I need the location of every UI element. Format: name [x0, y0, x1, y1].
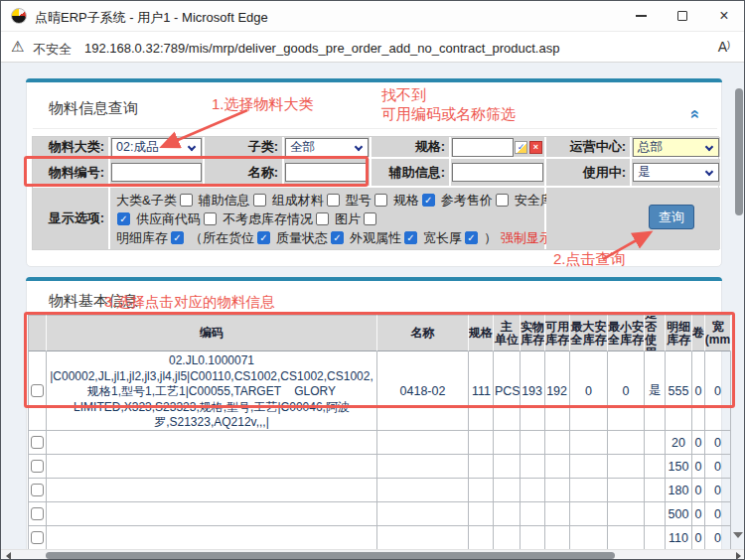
- annotation-note-line1: 找不到: [381, 86, 426, 105]
- subrow-cell-min_safe: [608, 526, 645, 550]
- read-aloud-icon[interactable]: A): [718, 39, 730, 55]
- subrow-checkbox[interactable]: [31, 484, 44, 496]
- panel-accent-bar: [26, 78, 722, 82]
- subrow-cell-roll: 0: [692, 526, 705, 550]
- subrow-cell-roll: 0: [692, 502, 705, 526]
- subrow-cell-unit: [494, 526, 521, 550]
- subrow-checkbox-cell: [28, 455, 47, 479]
- option-checkbox-辅助信息[interactable]: [253, 194, 266, 207]
- subrow-checkbox[interactable]: [31, 436, 44, 449]
- aux-info-input[interactable]: [452, 163, 543, 182]
- in-use-select[interactable]: 是: [633, 163, 719, 182]
- option-label: ）: [484, 229, 497, 247]
- subcategory-select[interactable]: 全部: [285, 138, 369, 157]
- option-checkbox-in-use[interactable]: ✓: [117, 212, 130, 225]
- subrow-cell-unit: [494, 431, 521, 455]
- spec-picker-icon[interactable]: ✓: [515, 141, 527, 154]
- highlight-rect-material-no-row: [24, 156, 369, 187]
- subrow-cell-width: 0: [705, 455, 731, 479]
- option-checkbox-质量状态[interactable]: ✓: [331, 231, 344, 244]
- subrow-checkbox-cell: [28, 502, 47, 526]
- option-label: 型号: [346, 192, 372, 210]
- annotation-note-line2: 可用编码或名称筛选: [381, 105, 516, 124]
- vertical-scrollbar-thumb[interactable]: [735, 88, 743, 215]
- subrow-cell-max_safe: [570, 526, 608, 550]
- minimize-icon: [636, 15, 647, 17]
- horizontal-scrollbar-thumb[interactable]: [46, 552, 615, 559]
- scroll-down-icon[interactable]: [733, 532, 743, 538]
- subrow-cell-phys: [521, 526, 545, 550]
- window-title: 点晴ERP子系统 - 用户1 - Microsoft Edge: [35, 9, 268, 27]
- subrow-cell-roll: 0: [692, 455, 705, 479]
- option-label: 组成材料: [272, 192, 324, 210]
- not-secure-label: 不安全: [33, 41, 72, 59]
- maximize-button[interactable]: [663, 1, 702, 31]
- subrow-cell-max_safe: [570, 502, 608, 526]
- subrow-cell-in_use: [645, 479, 666, 502]
- subrow-checkbox[interactable]: [31, 531, 44, 544]
- option-label: （所在货位: [190, 229, 254, 247]
- options-line-3: 明细库存✓（所在货位✓质量状态✓外观属性✓宽长厚✓）强制显示库存明细: [114, 228, 544, 247]
- options-line-2: ✓供应商代码不考虑库存情况图片: [114, 210, 544, 228]
- panel-accent-bar: [26, 277, 722, 281]
- option-label: 宽长厚: [423, 229, 462, 247]
- subrow-checkbox[interactable]: [31, 507, 44, 520]
- option-label: 大类&子类: [116, 192, 177, 210]
- spec-input[interactable]: [452, 138, 514, 157]
- category-label: 物料大类:: [33, 137, 108, 157]
- op-center-select-cell: 总部: [632, 137, 720, 157]
- minimize-button[interactable]: [621, 1, 661, 31]
- collapse-panel-icon[interactable]: «: [689, 109, 699, 118]
- subrow-cell-detail: 110: [666, 526, 692, 550]
- subrow-cell-in_use: [645, 502, 666, 526]
- option-checkbox-图片[interactable]: [364, 212, 376, 225]
- annotation-arrow-step2: [595, 223, 665, 267]
- subrow-cell-spec: [469, 455, 494, 479]
- subrow-cell-phys: [521, 502, 545, 526]
- subrow-cell-detail: 180: [666, 479, 692, 502]
- subrow-checkbox[interactable]: [31, 460, 44, 473]
- option-checkbox-参考售价[interactable]: [496, 194, 509, 207]
- option-checkbox-规格[interactable]: ✓: [422, 194, 435, 207]
- option-checkbox-外观属性[interactable]: ✓: [404, 231, 417, 244]
- subrow-cell-detail: 20: [666, 431, 692, 455]
- chevron-down-icon: [705, 168, 713, 176]
- option-checkbox-宽长厚[interactable]: ✓: [465, 231, 478, 244]
- spec-clear-icon[interactable]: ×: [529, 141, 542, 154]
- subrow-checkbox-cell: [28, 431, 47, 455]
- op-center-select[interactable]: 总部: [633, 138, 719, 157]
- subrow-cell-min_safe: [608, 431, 645, 455]
- address-bar[interactable]: ⚠ 不安全 192.168.0.32:789/mis/mrp/deliver_g…: [1, 31, 744, 63]
- subrow-cell-name: [377, 455, 469, 479]
- subrow-cell-avail: [545, 526, 570, 550]
- aux-info-cell: [451, 159, 544, 186]
- option-checkbox-明细库存[interactable]: ✓: [171, 231, 184, 244]
- query-panel-title: 物料信息查询: [49, 99, 138, 118]
- option-checkbox-大类&子类[interactable]: [180, 194, 193, 207]
- subrow-cell-name: [377, 479, 469, 502]
- subrow-cell-name: [377, 502, 469, 526]
- subrow-cell-width: 0: [705, 502, 731, 526]
- horizontal-scrollbar[interactable]: [1, 549, 745, 560]
- not-secure-warning-icon: ⚠: [11, 38, 24, 56]
- subrow-cell-max_safe: [570, 455, 608, 479]
- url-text[interactable]: 192.168.0.32:789/mis/mrp/deliver_goods_p…: [84, 41, 559, 56]
- subrow-cell-spec: [469, 431, 494, 455]
- close-button[interactable]: ×: [704, 1, 744, 31]
- subrow-cell-detail: 150: [666, 455, 692, 479]
- option-checkbox-（所在货位[interactable]: ✓: [257, 231, 270, 244]
- spec-label: 规格:: [372, 137, 449, 157]
- aux-info-label: 辅助信息:: [372, 159, 449, 186]
- scroll-right-icon[interactable]: [736, 552, 741, 560]
- option-checkbox-组成材料[interactable]: [327, 194, 340, 207]
- subrow-cell-avail: [545, 455, 570, 479]
- option-label: 不考虑库存情况: [223, 210, 313, 228]
- display-options-label: 显示选项:: [33, 188, 108, 249]
- scroll-left-icon[interactable]: [6, 552, 11, 560]
- option-checkbox-不考虑库存情况[interactable]: [316, 212, 329, 225]
- subrow-cell-spec: [469, 479, 494, 502]
- option-checkbox-型号[interactable]: [374, 194, 387, 207]
- option-checkbox-供应商代码[interactable]: [204, 212, 217, 225]
- options-line-1: 大类&子类辅助信息组成材料型号规格✓参考售价安全库存✓使用中: [114, 191, 544, 210]
- app-favicon-icon: [11, 8, 27, 24]
